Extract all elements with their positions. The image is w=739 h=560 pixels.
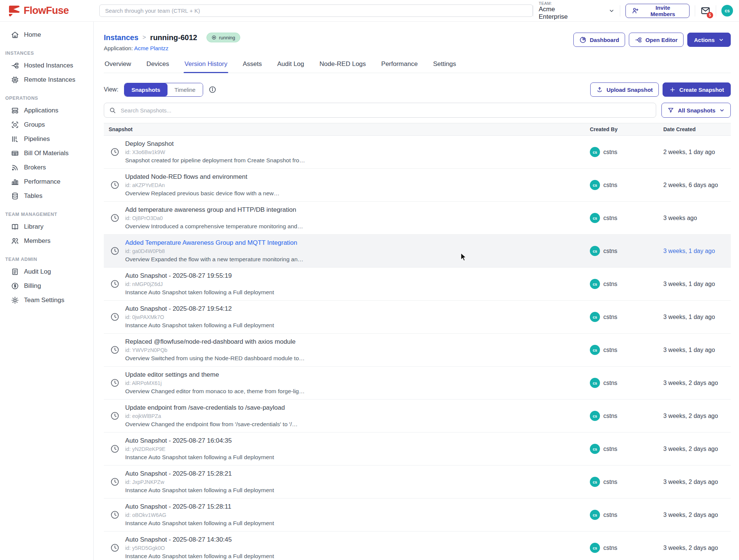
upload-icon [596,86,603,93]
sidebar-item-performance[interactable]: Performance [0,175,93,189]
snapshot-description: Instance Auto Snapshot taken following a… [125,487,274,494]
sidebar-item-groups[interactable]: Groups [0,118,93,132]
tab-assets[interactable]: Assets [242,58,263,73]
info-icon[interactable] [208,85,217,94]
date-created-cell: 3 weeks, 1 day ago [663,281,731,287]
created-by-cell: cs cstns [590,345,663,355]
upload-snapshot-label: Upload Snapshot [606,87,652,93]
snapshot-title: Auto Snapshot - 2025-08-27 19:54:12 [125,305,274,313]
creator-name: cstns [603,347,617,353]
sidebar-item-label: Brokers [24,164,46,171]
plus-icon [669,87,676,93]
user-avatar[interactable]: cs [721,5,733,16]
table-row[interactable]: Auto Snapshot - 2025-08-27 15:28:11 id: … [104,499,731,532]
snapshot-search [104,103,656,118]
table-row[interactable]: Auto Snapshot - 2025-08-27 15:28:21 id: … [104,466,731,499]
creator-name: cstns [603,149,617,156]
sidebar-item-applications[interactable]: Applications [0,103,93,118]
sidebar-item-label: Members [24,237,51,245]
notifications-button[interactable]: 5 [700,6,711,16]
creator-avatar: cs [590,543,600,553]
tab-overview[interactable]: Overview [104,58,132,73]
table-row[interactable]: Auto Snapshot - 2025-08-27 16:04:35 id: … [104,433,731,466]
snapshot-description: Overview Expanded the flow with a new te… [125,256,304,263]
dashboard-button-label: Dashboard [590,37,619,43]
table-row[interactable]: Auto Snapshot - 2025-08-27 14:30:45 id: … [104,532,731,560]
table-row[interactable]: Deploy Snapshot id: X3o6Bw1k9W Snapshot … [104,136,731,169]
sidebar-item-members[interactable]: Members [0,234,93,248]
application-link[interactable]: Acme Plantzz [134,45,169,51]
table-row[interactable]: Replaced @flowfuse/node-red-dashboard wi… [104,334,731,367]
table-row[interactable]: Auto Snapshot - 2025-08-27 19:55:19 id: … [104,268,731,301]
main-content: Instances > running-6012 running Applica… [94,22,739,560]
sidebar-item-tables[interactable]: Tables [0,189,93,203]
sidebar-item-label: Pipelines [24,135,50,143]
segment-snapshots[interactable]: Snapshots [124,83,168,96]
cpu-chip-icon [11,76,19,84]
snapshot-description: Instance Auto Snapshot taken following a… [125,520,274,527]
table-row[interactable]: Update editor settings and theme id: AlR… [104,367,731,400]
tab-devices[interactable]: Devices [146,58,170,73]
creator-name: cstns [603,545,617,551]
divider [695,5,695,16]
divider [716,5,716,16]
team-label: TEAM: [539,1,585,6]
groups-icon [11,121,19,129]
sidebar-item-brokers[interactable]: Brokers [0,160,93,175]
open-editor-button[interactable]: Open Editor [629,33,684,47]
table-row[interactable]: Auto Snapshot - 2025-08-27 19:54:12 id: … [104,301,731,334]
dashboard-button[interactable]: Dashboard [573,33,625,47]
tab-node-red-logs[interactable]: Node-RED Logs [319,58,367,73]
tab-version-history[interactable]: Version History [184,58,228,73]
status-running-icon [211,35,217,40]
tab-audit-log[interactable]: Audit Log [277,58,305,73]
table-row[interactable]: Added Temperature Awareness Group and MQ… [104,235,731,268]
snapshot-id: id: eojkWlBPZa [125,413,298,419]
sidebar-item-bill-of-materials[interactable]: Bill Of Materials [0,146,93,160]
applications-icon [11,106,19,115]
invite-members-button[interactable]: Invite Members [625,4,690,18]
creator-avatar: cs [590,147,600,157]
sidebar-item-audit-log[interactable]: Audit Log [0,265,93,279]
sidebar-item-hosted-instances[interactable]: Hosted Instances [0,58,93,73]
clock-icon [110,510,120,520]
tab-settings[interactable]: Settings [432,58,457,73]
snapshot-id: id: X3o6Bw1k9W [125,149,305,155]
sidebar-item-billing[interactable]: Billing [0,279,93,293]
flowfuse-app: FlowFuse TEAM: Acme Enterprise Inv [0,0,739,560]
team-search-input[interactable] [99,4,533,17]
creator-name: cstns [603,281,617,287]
table-row[interactable]: Add temperature awareness group and HTTP… [104,202,731,235]
sidebar-item-team-settings[interactable]: Team Settings [0,293,93,307]
sidebar-item-home[interactable]: Home [0,28,93,42]
sidebar-item-remote-instances[interactable]: Remote Instances [0,73,93,87]
table-row[interactable]: Updated Node-RED flows and environment i… [104,169,731,202]
snapshot-description: Overview Changed editor from monaco to a… [125,388,305,395]
snapshot-title: Updated Node-RED flows and environment [125,173,280,181]
segment-timeline[interactable]: Timeline [168,83,203,96]
table-row[interactable]: Update endpoint from /save-credentials t… [104,400,731,433]
creator-avatar: cs [590,477,600,487]
breadcrumb-instances-link[interactable]: Instances [104,33,138,42]
chevron-down-icon [719,108,725,113]
flowfuse-logo[interactable]: FlowFuse [8,5,90,17]
tab-performance[interactable]: Performance [380,58,418,73]
creator-name: cstns [603,380,617,386]
status-badge-label: running [219,35,235,40]
search-icon [109,107,116,114]
editor-node-icon [635,36,642,43]
actions-button[interactable]: Actions [687,33,731,47]
sidebar-item-library[interactable]: Library [0,220,93,234]
date-created-cell: 3 weeks ago [663,215,731,222]
snapshot-filter-dropdown[interactable]: All Snapshots [661,103,731,118]
upload-snapshot-button[interactable]: Upload Snapshot [590,82,658,97]
snapshot-search-input[interactable] [104,103,656,118]
team-selector[interactable]: TEAM: Acme Enterprise [539,1,615,21]
create-snapshot-button[interactable]: Create Snapshot [663,82,731,97]
user-plus-icon [632,7,639,14]
brand-name: FlowFuse [24,5,69,16]
snapshot-title: Deploy Snapshot [125,140,305,148]
billing-icon [11,282,19,290]
sidebar-item-pipelines[interactable]: Pipelines [0,132,93,146]
breadcrumb-separator: > [142,34,146,41]
